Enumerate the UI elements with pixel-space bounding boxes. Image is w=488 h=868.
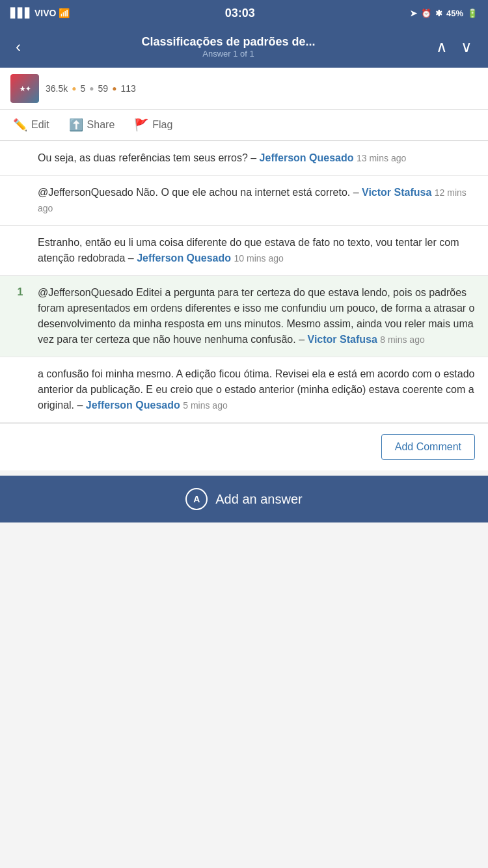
comment-time: 13 mins ago: [357, 153, 406, 163]
comment-body: Estranho, então eu li uma coisa diferent…: [38, 235, 478, 266]
flag-button[interactable]: 🚩 Flag: [134, 118, 172, 132]
comment-row: Ou seja, as duas referências tem seus er…: [0, 141, 488, 176]
comment-vote: [10, 150, 30, 152]
gold-badge-icon: ●: [72, 84, 76, 93]
status-time: 03:03: [225, 7, 255, 20]
comment-vote: [10, 185, 30, 186]
comment-body: a confusão foi minha mesmo. A edição fic…: [38, 366, 478, 413]
bronze-badge-count: 113: [120, 83, 135, 94]
comment-vote: [10, 366, 30, 368]
wifi-icon: 📶: [59, 8, 70, 18]
comment-body: Ou seja, as duas referências tem seus er…: [38, 150, 478, 166]
comment-author-victor[interactable]: Victor Stafusa: [308, 334, 377, 345]
status-right-area: ➤ ⏰ ✱ 45% 🔋: [410, 8, 478, 18]
alarm-icon: ⏰: [421, 8, 431, 18]
comment-time: 8 mins ago: [380, 334, 424, 345]
comment-row: a confusão foi minha mesmo. A edição fic…: [0, 357, 488, 423]
page-subtitle: Answer 1 of 1: [33, 49, 424, 59]
comment-vote: 1: [10, 285, 30, 298]
share-label: Share: [87, 119, 115, 131]
comment-author[interactable]: Jefferson Quesado: [260, 152, 354, 163]
add-comment-button[interactable]: Add Comment: [381, 434, 475, 460]
comment-vote: [10, 235, 30, 236]
comments-list: Ou seja, as duas referências tem seus er…: [0, 141, 488, 423]
stats-bar: ★✦ 36.5k ● 5 ● 59 ● 113: [0, 68, 488, 110]
page-title: Classificações de padrões de...: [33, 35, 424, 49]
avatar-initials: ★✦: [20, 85, 31, 92]
silver-badge-count: 59: [98, 83, 109, 94]
flag-label: Flag: [152, 119, 172, 131]
comment-author[interactable]: Victor Stafusa: [362, 187, 431, 198]
stats-text: 36.5k ● 5 ● 59 ● 113: [46, 83, 136, 94]
share-button[interactable]: ⬆️ Share: [69, 118, 115, 132]
answer-icon-letter: A: [193, 494, 200, 504]
nav-title-area: Classificações de padrões de... Answer 1…: [33, 35, 424, 59]
silver-badge-icon: ●: [89, 84, 94, 93]
back-icon: ‹: [16, 38, 21, 55]
edit-icon: ✏️: [13, 118, 27, 132]
comment-row: Estranho, então eu li uma coisa diferent…: [0, 226, 488, 276]
comment-time: 10 mins ago: [234, 253, 284, 264]
comment-row: 1 @JeffersonQuesado Editei a pergunta pa…: [0, 276, 488, 357]
nav-header: ‹ Classificações de padrões de... Answer…: [0, 26, 488, 68]
carrier-name: VIVO: [34, 8, 56, 18]
status-bar: ▋▋▋ VIVO 📶 03:03 ➤ ⏰ ✱ 45% 🔋: [0, 0, 488, 26]
back-button[interactable]: ‹: [10, 36, 26, 57]
signal-icon: ▋▋▋: [10, 8, 32, 18]
comment-row: @JeffersonQuesado Não. O que ele achou n…: [0, 176, 488, 226]
avatar: ★✦: [10, 74, 39, 103]
battery-percent: 45%: [446, 8, 463, 18]
battery-icon: 🔋: [467, 8, 478, 18]
bronze-badge-icon: ●: [112, 84, 116, 93]
comment-text: @JeffersonQuesado Não. O que ele achou n…: [38, 187, 362, 198]
bluetooth-icon: ✱: [435, 8, 442, 18]
edit-button[interactable]: ✏️ Edit: [13, 118, 49, 132]
share-icon: ⬆️: [69, 118, 83, 132]
edit-label: Edit: [31, 119, 49, 131]
location-icon: ➤: [410, 8, 417, 18]
reputation-score: 36.5k: [46, 83, 68, 94]
comment-body: @JeffersonQuesado Editei a pergunta para…: [38, 285, 478, 347]
add-comment-area: Add Comment: [0, 423, 488, 470]
comment-author[interactable]: Jefferson Quesado: [137, 252, 231, 264]
add-answer-icon: A: [185, 488, 208, 510]
comment-text: Ou seja, as duas referências tem seus er…: [38, 152, 260, 163]
add-answer-label: Add an answer: [215, 492, 302, 507]
comment-body: @JeffersonQuesado Não. O que ele achou n…: [38, 185, 478, 216]
nav-up-button[interactable]: ∧: [431, 36, 453, 57]
comment-time: 5 mins ago: [183, 400, 227, 411]
comment-author[interactable]: Jefferson Quesado: [86, 400, 180, 411]
status-carrier-area: ▋▋▋ VIVO 📶: [10, 8, 70, 18]
add-answer-bar[interactable]: A Add an answer: [0, 476, 488, 522]
nav-arrows: ∧ ∨: [431, 36, 478, 57]
action-bar: ✏️ Edit ⬆️ Share 🚩 Flag: [0, 110, 488, 141]
gold-badge-count: 5: [81, 83, 86, 94]
nav-down-button[interactable]: ∨: [455, 36, 478, 57]
flag-icon: 🚩: [134, 118, 148, 132]
